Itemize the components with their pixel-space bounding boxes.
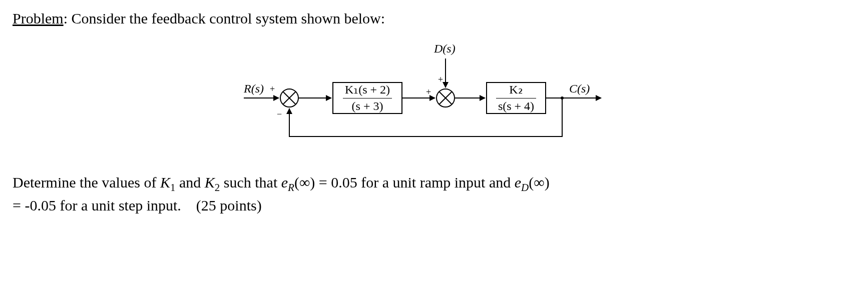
block2-numerator: K₂: [496, 83, 536, 98]
output-label: C(s): [569, 82, 590, 96]
problem-text: : Consider the feedback control system s…: [64, 10, 385, 26]
input-label: R(s): [244, 82, 264, 96]
arrow-d-to-sum2: [445, 58, 446, 88]
arrow-block2-to-output: [546, 98, 601, 98]
disturbance-label: D(s): [434, 42, 456, 56]
summing-junction-1: [280, 88, 299, 108]
question-text: Determine the values of K1 and K2 such t…: [13, 172, 855, 216]
feedback-line-up: [289, 108, 290, 137]
block-diagram-container: R(s) + − K₁(s + 2) (s + 3) +: [13, 42, 855, 152]
arrow-r-to-sum1: [244, 98, 279, 98]
sum2-top-plus-sign: +: [438, 74, 443, 85]
block-g2: K₂ s(s + 4): [486, 82, 546, 114]
block-g1: K₁(s + 2) (s + 3): [332, 82, 402, 114]
arrow-sum2-to-block2: [455, 98, 485, 98]
sum1-minus-sign: −: [277, 109, 282, 120]
arrow-block1-to-sum2: [402, 98, 435, 98]
sum1-plus-sign: +: [270, 84, 275, 94]
problem-heading: Problem: Consider the feedback control s…: [13, 10, 855, 27]
summing-junction-2: [436, 88, 455, 108]
block2-denominator: s(s + 4): [496, 98, 536, 114]
block1-denominator: (s + 3): [343, 98, 392, 114]
sum2-left-plus-sign: +: [426, 87, 431, 98]
feedback-line-left: [289, 136, 563, 137]
arrow-sum1-to-block1: [299, 98, 331, 98]
feedback-line-down: [562, 98, 563, 137]
block1-numerator: K₁(s + 2): [343, 83, 392, 98]
problem-label: Problem: [13, 10, 64, 26]
block-diagram: R(s) + − K₁(s + 2) (s + 3) +: [244, 42, 624, 152]
